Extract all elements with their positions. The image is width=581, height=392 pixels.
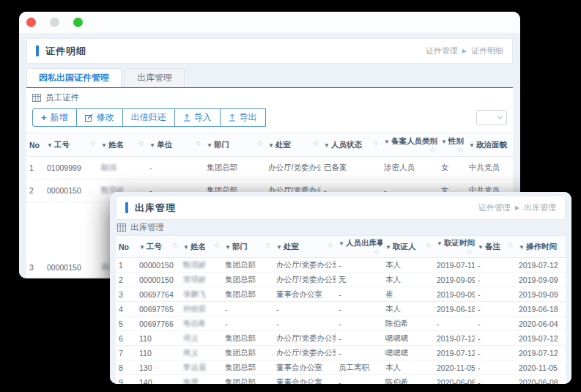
filter-icon[interactable]: ▼ bbox=[441, 138, 447, 145]
cell: 3 bbox=[116, 287, 136, 302]
table-row[interactable]: 101009999鄢涓-集团总部办公厅/党委办公室已备案涉密人员女中共党员 bbox=[26, 157, 513, 180]
window-titlebar[interactable] bbox=[19, 12, 520, 34]
filter-icon[interactable]: ▼ bbox=[385, 244, 391, 251]
column-header-3[interactable]: ▼单位◇ bbox=[147, 133, 204, 157]
sort-icon[interactable]: ◇ bbox=[215, 242, 219, 248]
filter-icon[interactable]: ▼ bbox=[101, 142, 107, 149]
table-row[interactable]: 7110周义集团总部办公厅/党委办公室-嗯嗯嗯2019-07-12-2019-0… bbox=[116, 346, 566, 360]
cell: 嗯嗯嗯 bbox=[382, 346, 434, 360]
breadcrumb-item[interactable]: 证件明细 bbox=[471, 45, 503, 56]
cell: 00697765 bbox=[136, 302, 180, 317]
sort-icon[interactable]: ◇ bbox=[459, 147, 463, 153]
import-button[interactable]: 导入 bbox=[174, 108, 221, 127]
column-header-4[interactable]: ▼部门◇ bbox=[204, 133, 265, 157]
filter-icon[interactable]: ▼ bbox=[225, 244, 231, 251]
sort-icon[interactable]: ◇ bbox=[196, 140, 201, 147]
cell: 4 bbox=[116, 302, 136, 317]
column-header-9[interactable]: ▼政治面貌 bbox=[466, 133, 513, 157]
close-button[interactable] bbox=[26, 18, 36, 27]
cell: 办公厅/党委办公室 bbox=[273, 346, 336, 360]
export-button[interactable]: 导出 bbox=[220, 108, 266, 127]
cell: - bbox=[434, 317, 475, 331]
column-header-8[interactable]: ▼备注◇ bbox=[475, 236, 516, 258]
sort-icon[interactable]: ◇ bbox=[431, 147, 435, 153]
column-header-3[interactable]: ▼部门◇ bbox=[222, 236, 273, 258]
breadcrumb-item[interactable]: 证件管理 bbox=[426, 45, 458, 56]
table-row[interactable]: 400697765孙煜弈---本人2019-06-18-2019-06-18 bbox=[116, 302, 566, 317]
column-header-label: 工号 bbox=[54, 140, 70, 149]
column-header-1[interactable]: ▼工号◇ bbox=[136, 236, 180, 258]
edit-button[interactable]: 修改 bbox=[76, 108, 123, 127]
cell: 2020-06-08 bbox=[434, 375, 475, 385]
filter-icon[interactable]: ▼ bbox=[207, 142, 212, 149]
column-header-5[interactable]: ▼处室◇ bbox=[265, 133, 321, 157]
filter-icon[interactable]: ▼ bbox=[47, 142, 53, 149]
table-row[interactable]: 8130覃达晨集团总部董事会办公室员工离职本人2020-11-05-2020-1… bbox=[116, 360, 566, 375]
filter-icon[interactable]: ▼ bbox=[139, 244, 145, 251]
column-header-2[interactable]: ▼姓名◇ bbox=[98, 133, 147, 157]
filter-icon[interactable]: ▼ bbox=[149, 142, 155, 149]
filter-icon[interactable]: ▼ bbox=[324, 142, 330, 149]
column-header-7[interactable]: ▼取证时间◇ bbox=[434, 236, 475, 258]
sort-icon[interactable]: ◇ bbox=[375, 248, 380, 255]
cell: 2 bbox=[116, 273, 136, 287]
filter-icon[interactable]: ▼ bbox=[478, 244, 484, 251]
page-size-select[interactable] bbox=[476, 110, 507, 125]
cell: 孙煜弈 bbox=[180, 302, 222, 317]
breadcrumb-item[interactable]: 出库管理 bbox=[524, 202, 556, 213]
minimize-button[interactable] bbox=[50, 18, 59, 27]
cell: 2019-09-09 bbox=[516, 287, 566, 302]
lend-return-button[interactable]: 出借归还 bbox=[122, 108, 175, 127]
column-header-1[interactable]: ▼工号◇ bbox=[44, 133, 98, 157]
sort-icon[interactable]: ◇ bbox=[314, 140, 318, 147]
sort-icon[interactable]: ◇ bbox=[266, 242, 270, 248]
column-header-label: 备注 bbox=[485, 242, 500, 251]
cell: - bbox=[222, 302, 273, 317]
sort-icon[interactable]: ◇ bbox=[508, 242, 513, 248]
filter-icon[interactable]: ▼ bbox=[268, 142, 274, 149]
filter-icon[interactable]: ▼ bbox=[469, 142, 475, 149]
filter-icon[interactable]: ▼ bbox=[437, 240, 443, 247]
filter-icon[interactable]: ▼ bbox=[519, 244, 525, 251]
sort-icon[interactable]: ◇ bbox=[258, 140, 262, 147]
tab-outbound-management[interactable]: 出库管理 bbox=[125, 68, 185, 87]
filter-icon[interactable]: ▼ bbox=[183, 244, 189, 251]
filter-icon[interactable]: ▼ bbox=[384, 138, 390, 145]
column-header-8[interactable]: ▼性别◇ bbox=[438, 133, 466, 157]
breadcrumb-arrow-icon: ▶ bbox=[515, 204, 519, 211]
cell: 1 bbox=[26, 157, 44, 180]
filter-icon[interactable]: ▼ bbox=[276, 244, 282, 251]
table-row[interactable]: 100000150甄琪娇集团总部办公厅/党委办公室-本人2019-07-11-2… bbox=[116, 258, 566, 273]
column-header-6[interactable]: ▼取证人◇ bbox=[382, 236, 434, 258]
cell: 涉密人员 bbox=[381, 157, 438, 180]
sort-icon[interactable]: ◇ bbox=[139, 140, 144, 147]
tab-private-abroad-certificates[interactable]: 因私出国证件管理 bbox=[26, 68, 122, 87]
column-header-label: 部门 bbox=[214, 140, 229, 149]
cell: 110 bbox=[136, 346, 180, 360]
sort-icon[interactable]: ◇ bbox=[374, 140, 378, 147]
column-header-6[interactable]: ▼人员状态◇ bbox=[321, 133, 381, 157]
table-row[interactable]: 500697766韦伯希---陈伯希--2020-06-04 bbox=[116, 317, 566, 331]
sort-icon[interactable]: ◇ bbox=[426, 242, 431, 248]
sort-icon[interactable]: ◇ bbox=[467, 248, 472, 255]
table-row[interactable]: 200000150雷琪娇集团总部办公厅/党委办公室无本人2019-09-09-2… bbox=[116, 273, 566, 287]
sort-icon[interactable]: ◇ bbox=[328, 242, 333, 248]
column-header-9[interactable]: ▼操作时间 bbox=[516, 236, 566, 258]
sort-icon[interactable]: ◇ bbox=[173, 242, 177, 248]
zoom-button[interactable] bbox=[73, 18, 83, 27]
sort-icon[interactable]: ◇ bbox=[91, 140, 95, 147]
column-header-label: 操作时间 bbox=[526, 242, 557, 251]
table-row[interactable]: 300697764张鹏飞集团总部董事会办公室-崔2019-09-09-2019-… bbox=[116, 287, 566, 302]
cell: 董事会办公室 bbox=[273, 360, 336, 375]
table-row[interactable]: 6110邓义集团总部办公厅/党委办公室-嗯嗯嗯2019-07-12-2019-0… bbox=[116, 331, 566, 346]
column-header-2[interactable]: ▼姓名◇ bbox=[180, 236, 222, 258]
filter-icon[interactable]: ▼ bbox=[338, 240, 344, 247]
add-button[interactable]: + 新增 bbox=[32, 108, 77, 127]
column-header-4[interactable]: ▼处室◇ bbox=[273, 236, 336, 258]
column-header-5[interactable]: ▼人员出库事由◇ bbox=[336, 236, 382, 258]
breadcrumb-item[interactable]: 证件管理 bbox=[478, 202, 511, 213]
table-row[interactable]: 9140韦琴集团总部董事会办公室-陈伯希2020-06-08-2020-06-0… bbox=[116, 375, 566, 385]
column-header-label: 工号 bbox=[147, 242, 162, 251]
cell: 鄢涓 bbox=[98, 157, 147, 180]
column-header-7[interactable]: ▼备案人员类别◇ bbox=[381, 133, 438, 157]
